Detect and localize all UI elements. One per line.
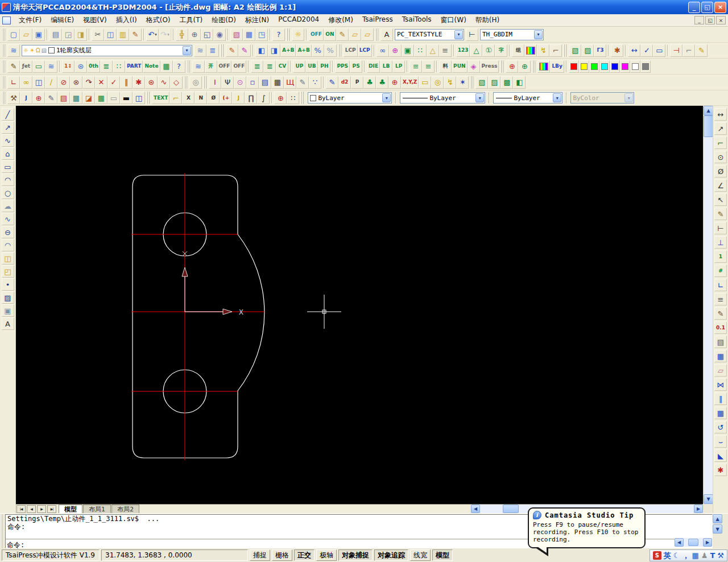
ime-soft-keyboard-icon[interactable]: ▦ bbox=[692, 552, 699, 559]
char-zi-icon[interactable]: 字 bbox=[495, 44, 507, 57]
die-frame-icon[interactable]: ◈ bbox=[468, 60, 480, 73]
node-unlink-icon[interactable]: % bbox=[324, 44, 337, 57]
tools-hammer-icon[interactable]: ⚒ bbox=[7, 92, 20, 104]
trident-icon[interactable]: Ψ bbox=[221, 76, 234, 89]
dim-update-icon[interactable]: ⊢ bbox=[714, 222, 727, 234]
pan-icon[interactable]: ╬ bbox=[176, 28, 188, 41]
black-dash-icon[interactable]: ▬ bbox=[120, 92, 133, 104]
help-icon[interactable]: ? bbox=[272, 28, 285, 41]
status-toggle-模型[interactable]: 模型 bbox=[432, 549, 453, 561]
status-toggle-线宽[interactable]: 线宽 bbox=[410, 549, 431, 561]
triangle-warn-icon[interactable]: △ bbox=[470, 44, 482, 57]
text-match-icon[interactable]: A+B bbox=[280, 44, 296, 57]
gear-ring-icon[interactable]: ⊙ bbox=[234, 76, 246, 89]
linetype-combo[interactable]: ByLayer▾ bbox=[400, 92, 485, 104]
ime-skin-icon[interactable]: T bbox=[710, 552, 715, 559]
divide-check-icon[interactable]: ✓ bbox=[107, 76, 120, 89]
node-link-icon[interactable]: % bbox=[312, 44, 324, 57]
menu-item-5[interactable]: 工具(T) bbox=[175, 14, 208, 26]
explode-icon[interactable]: ✱ bbox=[714, 464, 727, 476]
n-italic-icon[interactable]: N bbox=[195, 92, 207, 104]
swatch-white[interactable] bbox=[630, 60, 640, 73]
menu-item-4[interactable]: 格式(O) bbox=[142, 14, 175, 26]
lcp-off-icon[interactable]: LCP bbox=[344, 44, 358, 57]
lp-icon[interactable]: LP bbox=[392, 60, 405, 73]
menu-item-8[interactable]: PCCAD2004 bbox=[274, 14, 324, 26]
status-toggle-捕捉[interactable]: 捕捉 bbox=[250, 549, 270, 561]
gate-icon[interactable]: ∏ bbox=[245, 92, 257, 104]
part-list-icon[interactable]: ▩ bbox=[500, 76, 513, 89]
color-pencil-icon[interactable]: ✎ bbox=[238, 44, 251, 57]
hook-icon[interactable]: ↷ bbox=[82, 76, 95, 89]
new-file-icon[interactable]: ▢ bbox=[7, 28, 20, 41]
copy-icon[interactable]: ◫ bbox=[104, 28, 117, 41]
design-center-icon[interactable]: ▦ bbox=[243, 28, 255, 41]
toolbar-grip[interactable] bbox=[184, 76, 188, 89]
snap-off-icon[interactable]: OFF bbox=[309, 28, 324, 41]
linetype-dropdown-icon[interactable]: ▾ bbox=[475, 93, 484, 102]
ime-settings-icon[interactable]: ⚒ bbox=[717, 552, 724, 559]
image-frame-icon[interactable]: ▣ bbox=[402, 44, 414, 57]
scroll-left-icon[interactable]: ◀ bbox=[471, 505, 480, 513]
help-blue-icon[interactable]: ? bbox=[173, 60, 185, 73]
zoom-window-icon[interactable]: ◱ bbox=[201, 28, 213, 41]
ellipse-icon[interactable]: ⊖ bbox=[2, 226, 14, 238]
die-icon[interactable]: DIE bbox=[367, 60, 380, 73]
xyz-ruler-icon[interactable]: X,Y,Z bbox=[401, 76, 419, 89]
text-lines-icon[interactable]: ≡ bbox=[714, 293, 727, 305]
arc-plus-icon[interactable]: (+ bbox=[220, 92, 232, 104]
tab-first-button[interactable]: |◀ bbox=[16, 505, 26, 513]
etransmit-icon[interactable]: ◨ bbox=[75, 28, 87, 41]
rotate-icon[interactable]: ↺ bbox=[714, 421, 727, 433]
compass-icon[interactable]: ✎ bbox=[45, 92, 57, 104]
link-entities-icon[interactable]: ⊗ bbox=[70, 76, 82, 89]
doc-edit-icon[interactable]: ▤ bbox=[57, 92, 70, 104]
calc-table-icon[interactable]: ▦ bbox=[70, 92, 82, 104]
status-toggle-对象捕捉[interactable]: 对象捕捉 bbox=[338, 549, 373, 561]
mdi-close-button[interactable]: × bbox=[716, 16, 726, 24]
ub-icon[interactable]: UB bbox=[305, 60, 318, 73]
revcloud-icon[interactable]: ☁ bbox=[2, 200, 14, 212]
toolbar-grip[interactable] bbox=[470, 76, 474, 89]
trim-axis-icon[interactable]: ∟ bbox=[7, 76, 20, 89]
dim-circle-icon[interactable]: ⊕ bbox=[32, 92, 45, 104]
status-toggle-极轴[interactable]: 极轴 bbox=[316, 549, 337, 561]
cut-icon[interactable]: ✂ bbox=[92, 28, 104, 41]
lift-sheet-icon[interactable]: △ bbox=[427, 44, 439, 57]
dialog-box-icon[interactable]: ▭ bbox=[653, 44, 665, 57]
punch-block-icon[interactable]: ◫ bbox=[32, 76, 45, 89]
ime-language-icon[interactable]: 英 bbox=[664, 552, 671, 559]
scroll-up-icon[interactable]: ▲ bbox=[704, 106, 713, 115]
ellipse-arc-icon[interactable]: ◠ bbox=[2, 239, 14, 251]
dot-ruler-icon[interactable]: ▭ bbox=[419, 76, 431, 89]
toolbar-grip[interactable] bbox=[187, 60, 191, 73]
ime-punctuation-icon[interactable]: ， bbox=[682, 552, 690, 559]
dim-style-icon[interactable]: ⊢ bbox=[466, 28, 478, 41]
dim-strike-icon[interactable]: ⊣ bbox=[670, 44, 682, 57]
equal-bars-icon[interactable]: ≡ bbox=[439, 44, 452, 57]
stack2-icon[interactable]: ≡ bbox=[422, 60, 435, 73]
menu-item-7[interactable]: 标注(N) bbox=[241, 14, 274, 26]
dim-ordinate-icon[interactable]: ⌐ bbox=[714, 137, 727, 149]
dim-assoc-icon[interactable]: ↔ bbox=[628, 44, 640, 57]
pencil-bolt-icon[interactable]: ✎ bbox=[695, 44, 708, 57]
plates-icon[interactable]: ▤ bbox=[259, 76, 271, 89]
text-wave-icon[interactable]: TEXT bbox=[152, 92, 169, 104]
command-window-splitter[interactable] bbox=[0, 514, 5, 548]
dim-angular-icon[interactable]: ∠ bbox=[714, 179, 727, 192]
cv-icon[interactable]: CV bbox=[276, 60, 288, 73]
dim-linear-icon[interactable]: ↔ bbox=[714, 108, 727, 121]
mtext-icon[interactable]: A bbox=[2, 317, 14, 330]
break-cross-icon[interactable]: ✕ bbox=[95, 76, 107, 89]
mirror-icon[interactable]: ⋈ bbox=[714, 378, 727, 391]
o-slash-icon[interactable]: Ø bbox=[207, 92, 220, 104]
material-icon[interactable]: 料 bbox=[439, 60, 452, 73]
x-highlight-icon[interactable]: X bbox=[182, 92, 195, 104]
restore-button[interactable]: ◱ bbox=[701, 2, 713, 13]
command-horizontal-scrollbar[interactable]: ◀ ▶ bbox=[675, 538, 712, 547]
part-box-icon[interactable]: ◧ bbox=[513, 76, 526, 89]
command-scroll-down-icon[interactable]: ▼ bbox=[713, 524, 722, 534]
pun-icon[interactable]: PUN bbox=[452, 60, 467, 73]
text-style-combo[interactable]: PC_TEXTSTYLE▾ bbox=[395, 29, 464, 40]
pps-icon[interactable]: PPS bbox=[335, 60, 350, 73]
